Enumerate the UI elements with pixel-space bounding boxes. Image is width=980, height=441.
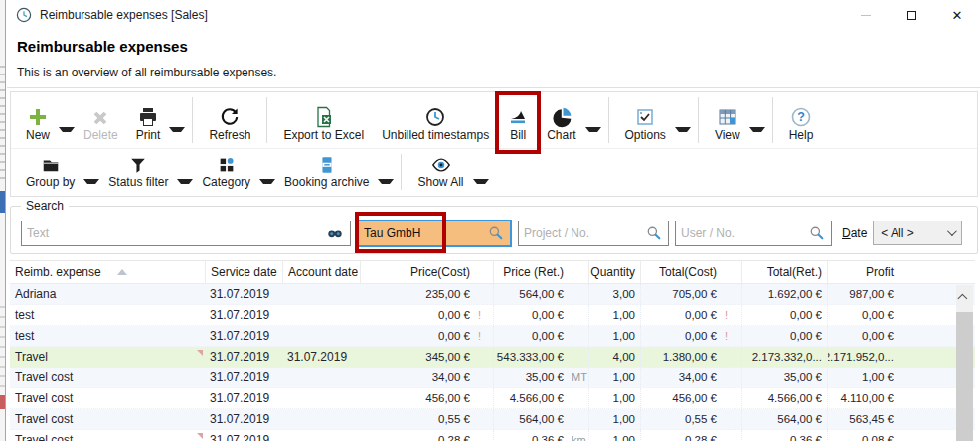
cell-name: Travel cost: [10, 368, 205, 387]
window-title: Reimbursable expenses [Sales]: [40, 8, 208, 22]
status-filter-dropdown-arrow[interactable]: [177, 179, 193, 184]
vertical-scrollbar[interactable]: [956, 285, 973, 441]
app-window: Reimbursable expenses [Sales] ✕ Reimburs…: [0, 0, 980, 441]
new-button[interactable]: New: [17, 93, 59, 147]
text-search-field[interactable]: [21, 220, 351, 246]
maximize-button[interactable]: [889, 0, 934, 30]
note-marker-icon: [197, 433, 203, 439]
col-header-service-date[interactable]: Service date: [205, 261, 282, 283]
binoculars-icon[interactable]: [325, 224, 345, 242]
cell-name: Travel: [10, 347, 205, 367]
toolbar-row-1: New Delete Print Refresh Export to Excel: [11, 92, 977, 149]
col-header-total-ret[interactable]: Total(Ret.): [741, 261, 827, 283]
funnel-icon: [128, 155, 148, 175]
clock-app-icon: [16, 7, 32, 23]
chevron-down-icon: [947, 226, 957, 236]
bill-button[interactable]: Bill: [498, 93, 538, 147]
scrollbar-thumb[interactable]: [956, 312, 973, 441]
col-header-account-date[interactable]: Account date: [282, 261, 360, 283]
warning-flag: !: [475, 330, 493, 342]
separator: [192, 97, 193, 143]
project-search-input[interactable]: [524, 226, 645, 240]
group-by-dropdown-arrow[interactable]: [83, 179, 99, 184]
magnifier-icon[interactable]: [645, 224, 663, 242]
close-button[interactable]: ✕: [934, 0, 980, 30]
divider: [7, 87, 980, 88]
col-header-total-cost[interactable]: Total(Cost): [640, 261, 722, 283]
table-row[interactable]: Adriana 31.07.2019 235,00 € 564,00 € 3,0…: [10, 284, 975, 305]
checkbox-icon: [634, 104, 656, 128]
col-header-profit[interactable]: Profit: [827, 261, 898, 283]
category-dropdown-arrow[interactable]: [259, 179, 275, 184]
warning-flag: !: [722, 330, 741, 342]
minimize-button[interactable]: [843, 0, 889, 30]
bill-icon: [507, 104, 529, 128]
chart-button[interactable]: Chart: [538, 93, 584, 147]
table-row[interactable]: test 31.07.2019 0,00 € ! 0,00 € 1,00 0,0…: [10, 305, 975, 326]
show-all-dropdown-arrow[interactable]: [473, 179, 489, 184]
table-row[interactable]: Travel cost 31.07.2019 456,00 € 4.566,00…: [10, 388, 975, 409]
view-button[interactable]: View: [706, 93, 749, 147]
export-to-excel-button[interactable]: Export to Excel: [274, 93, 373, 147]
clock-icon: [424, 104, 446, 128]
date-select[interactable]: < All >: [873, 220, 962, 245]
svg-text:?: ?: [797, 110, 805, 124]
text-search-input[interactable]: [27, 226, 325, 240]
booking-archive-dropdown-arrow[interactable]: [378, 179, 394, 184]
col-header-reimb-expense[interactable]: Reimb. expense: [10, 261, 205, 283]
cell-name: Adriana: [10, 284, 205, 304]
view-dropdown-arrow[interactable]: [749, 127, 765, 132]
table-row-highlighted[interactable]: Travel 31.07.2019 31.07.2019 345,00 € 54…: [10, 347, 975, 368]
warning-flag: !: [475, 309, 493, 321]
page-subtitle: This is an overview of all reimbursable …: [17, 66, 276, 79]
cell-name: test: [10, 326, 205, 346]
delete-button[interactable]: Delete: [75, 93, 127, 147]
table-row[interactable]: test 31.07.2019 0,00 € ! 0,00 € 1,00 0,0…: [10, 326, 975, 347]
magnifier-icon[interactable]: [487, 224, 505, 242]
cell-name: Travel cost: [10, 409, 205, 429]
delete-x-icon: [90, 104, 110, 128]
company-search-field[interactable]: [357, 220, 512, 247]
table-header: Reimb. expense Service date Account date…: [10, 261, 975, 284]
unit-label: MT: [569, 371, 588, 383]
table-row[interactable]: Travel cost 31.07.2019 34,00 € 35,00 € M…: [10, 368, 975, 388]
user-search-field[interactable]: [675, 220, 832, 246]
category-button[interactable]: Category: [193, 150, 259, 194]
background-window-sliver: [0, 0, 6, 441]
help-button[interactable]: ? Help: [780, 93, 823, 147]
category-squares-icon: [217, 155, 237, 175]
company-search-input[interactable]: [364, 226, 487, 240]
col-header-price-ret[interactable]: Price (Ret.): [493, 261, 569, 283]
table-row[interactable]: Travel cost 31.07.2019 0,28 € 0,36 € km …: [10, 430, 975, 441]
pie-chart-icon: [551, 104, 572, 128]
print-dropdown-arrow[interactable]: [169, 127, 185, 132]
unbilled-timestamps-button[interactable]: Unbilled timestamps: [373, 93, 498, 147]
new-plus-icon: [27, 104, 49, 128]
folder-icon: [41, 155, 61, 175]
print-button[interactable]: Print: [127, 93, 170, 147]
scrollbar-up-button[interactable]: [956, 285, 973, 307]
refresh-button[interactable]: Refresh: [200, 93, 259, 147]
chart-dropdown-arrow[interactable]: [585, 127, 601, 132]
group-by-button[interactable]: Group by: [17, 150, 83, 194]
magnifier-icon[interactable]: [808, 224, 826, 242]
new-dropdown-arrow[interactable]: [59, 127, 75, 132]
sort-asc-icon: [117, 269, 127, 275]
toolbar-row-2: Group by Status filter Category Booking …: [11, 149, 977, 195]
separator: [698, 97, 699, 143]
bill-annotation-wrapper: Bill: [498, 93, 538, 147]
search-group-label: Search: [21, 199, 69, 213]
table-row[interactable]: Travel cost 31.07.2019 0,55 € 564,00 € 1…: [10, 409, 975, 430]
col-header-quantity[interactable]: Quantity: [588, 261, 640, 283]
separator: [608, 97, 609, 143]
options-button[interactable]: Options: [616, 93, 675, 147]
col-header-price-cost[interactable]: Price(Cost): [360, 261, 475, 283]
project-search-field[interactable]: [518, 220, 669, 246]
options-dropdown-arrow[interactable]: [675, 127, 691, 132]
user-search-input[interactable]: [681, 226, 808, 240]
refresh-icon: [219, 104, 241, 128]
date-select-value: < All >: [881, 226, 913, 240]
show-all-button[interactable]: Show All: [408, 150, 472, 194]
status-filter-button[interactable]: Status filter: [99, 150, 177, 194]
booking-archive-button[interactable]: Booking archive: [275, 150, 378, 194]
